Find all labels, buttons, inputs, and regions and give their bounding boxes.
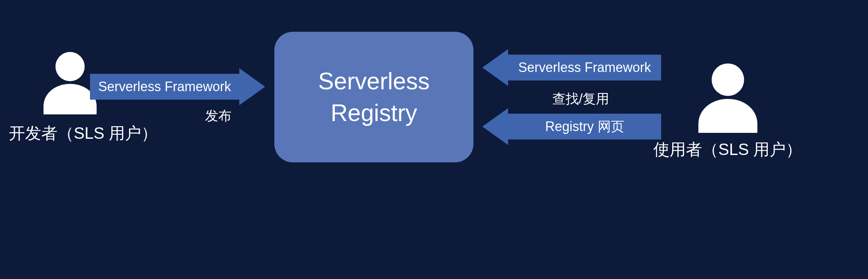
- developer-label: 开发者（SLS 用户）: [9, 123, 157, 144]
- framework-arrow-head: [482, 49, 508, 86]
- framework-arrow-label: Serverless Framework: [518, 60, 651, 75]
- registry-web-arrow-head: [482, 108, 508, 145]
- framework-arrow: Serverless Framework: [508, 55, 661, 80]
- publish-arrow-label: Serverless Framework: [98, 79, 231, 94]
- registry-line2: Registry: [331, 97, 417, 129]
- registry-box: Serverless Registry: [274, 32, 473, 162]
- user-label: 使用者（SLS 用户）: [653, 139, 802, 161]
- svg-point-1: [712, 63, 744, 96]
- user-icon: [691, 59, 765, 133]
- registry-line1: Serverless: [318, 65, 430, 97]
- publish-arrow-head: [239, 68, 265, 105]
- diagram-stage: 开发者（SLS 用户） Serverless Framework 发布 Serv…: [0, 0, 868, 279]
- registry-web-arrow-label: Registry 网页: [545, 118, 624, 136]
- lookup-sublabel: 查找/复用: [552, 90, 609, 108]
- publish-sublabel: 发布: [205, 107, 232, 125]
- publish-arrow: Serverless Framework: [90, 74, 239, 100]
- svg-point-0: [55, 52, 84, 81]
- registry-web-arrow: Registry 网页: [508, 114, 661, 140]
